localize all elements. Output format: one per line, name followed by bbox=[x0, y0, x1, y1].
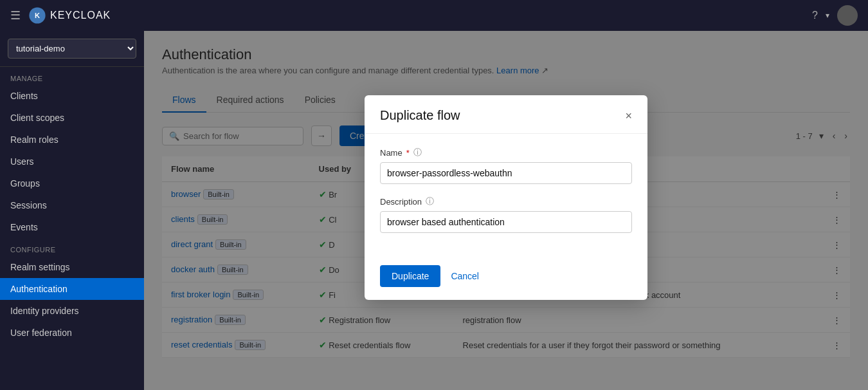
sidebar-item-realm-roles[interactable]: Realm roles bbox=[0, 129, 144, 151]
description-info-icon[interactable]: ⓘ bbox=[426, 196, 434, 207]
main-content: Authentication Authentication is the are… bbox=[144, 31, 868, 390]
sidebar-item-identity-providers[interactable]: Identity providers bbox=[0, 300, 144, 322]
user-federation-label: User federation bbox=[10, 328, 72, 338]
cancel-button[interactable]: Cancel bbox=[448, 265, 482, 287]
sidebar-item-realm-settings[interactable]: Realm settings bbox=[0, 256, 144, 278]
sidebar-item-sessions[interactable]: Sessions bbox=[0, 194, 144, 216]
navbar: ☰ K KEYCLOAK ? ▾ bbox=[0, 0, 868, 31]
navbar-dropdown-icon[interactable]: ▾ bbox=[826, 11, 829, 20]
layout: tutorial-demo Manage Clients Client scop… bbox=[0, 31, 868, 390]
modal-header: Duplicate flow × bbox=[365, 95, 647, 134]
authentication-label: Authentication bbox=[10, 284, 68, 294]
duplicate-flow-modal: Duplicate flow × Name * ⓘ Descr bbox=[365, 95, 647, 300]
svg-text:K: K bbox=[35, 12, 40, 19]
modal-close-button[interactable]: × bbox=[625, 110, 632, 122]
clients-label: Clients bbox=[10, 91, 38, 101]
configure-section-label: Configure bbox=[0, 238, 144, 256]
realm-settings-label: Realm settings bbox=[10, 262, 70, 272]
description-label: Description ⓘ bbox=[380, 196, 632, 207]
name-info-icon[interactable]: ⓘ bbox=[413, 147, 422, 158]
realm-roles-label: Realm roles bbox=[10, 135, 59, 145]
required-indicator: * bbox=[406, 148, 410, 158]
description-input[interactable] bbox=[380, 211, 632, 233]
events-label: Events bbox=[10, 222, 38, 232]
groups-label: Groups bbox=[10, 178, 40, 189]
navbar-logo-text: KEYCLOAK bbox=[50, 10, 111, 21]
sessions-label: Sessions bbox=[10, 200, 47, 210]
sidebar-item-clients[interactable]: Clients bbox=[0, 85, 144, 107]
sidebar-item-users[interactable]: Users bbox=[0, 151, 144, 172]
modal-body: Name * ⓘ Description ⓘ bbox=[365, 134, 647, 257]
avatar[interactable] bbox=[837, 5, 858, 26]
duplicate-button[interactable]: Duplicate bbox=[380, 265, 440, 287]
sidebar-item-events[interactable]: Events bbox=[0, 216, 144, 238]
realm-selector[interactable]: tutorial-demo bbox=[0, 31, 144, 67]
sidebar-item-client-scopes[interactable]: Client scopes bbox=[0, 107, 144, 129]
modal-footer: Duplicate Cancel bbox=[365, 257, 647, 300]
name-input[interactable] bbox=[380, 162, 632, 184]
navbar-logo: K KEYCLOAK bbox=[28, 6, 111, 24]
identity-providers-label: Identity providers bbox=[10, 306, 79, 316]
name-field-group: Name * ⓘ bbox=[380, 147, 632, 184]
description-field-group: Description ⓘ bbox=[380, 196, 632, 233]
users-label: Users bbox=[10, 156, 34, 167]
sidebar-item-groups[interactable]: Groups bbox=[0, 172, 144, 194]
manage-section-label: Manage bbox=[0, 67, 144, 85]
modal-title: Duplicate flow bbox=[380, 108, 460, 123]
sidebar-item-user-federation[interactable]: User federation bbox=[0, 322, 144, 344]
name-label: Name * ⓘ bbox=[380, 147, 632, 158]
keycloak-logo-icon: K bbox=[28, 6, 46, 24]
modal-overlay: Duplicate flow × Name * ⓘ Descr bbox=[144, 31, 868, 390]
realm-dropdown[interactable]: tutorial-demo bbox=[8, 39, 136, 59]
sidebar-item-authentication[interactable]: Authentication bbox=[0, 278, 144, 300]
client-scopes-label: Client scopes bbox=[10, 113, 64, 123]
sidebar: tutorial-demo Manage Clients Client scop… bbox=[0, 31, 144, 390]
help-icon[interactable]: ? bbox=[812, 10, 818, 21]
hamburger-icon[interactable]: ☰ bbox=[10, 8, 21, 23]
